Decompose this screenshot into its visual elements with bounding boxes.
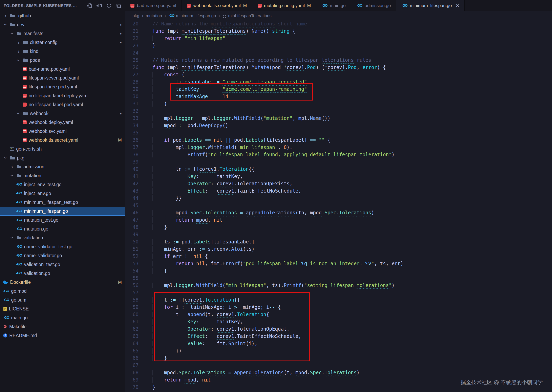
tree-item-dockerfile[interactable]: DockerfileM — [0, 278, 125, 287]
code-line-34[interactable]: mpod := pod.DeepCopy() — [153, 122, 552, 129]
code-line-20[interactable]: // Name returns the minLifespanToleratio… — [153, 20, 552, 28]
tree-item-kind[interactable]: ›kind — [0, 47, 125, 56]
line-number[interactable]: 44 — [125, 195, 139, 202]
tree-item-bad-name-pod-yaml[interactable]: bad-name.pod.yaml — [0, 65, 125, 73]
code-line-23[interactable]: } — [153, 42, 552, 49]
new-folder-icon[interactable] — [96, 3, 102, 8]
chevron-down-icon[interactable]: › — [3, 22, 8, 27]
code-line-37[interactable]: mpl.Logger.WithField("min_lifespan", 0). — [153, 144, 552, 151]
code-line-21[interactable]: func (mpl minLifespanTolerations) Name()… — [153, 28, 552, 35]
tree-item-makefile[interactable]: ⚙Makefile — [0, 322, 125, 331]
line-number[interactable]: 67 — [125, 362, 139, 369]
line-number[interactable]: 69 — [125, 376, 139, 384]
line-number[interactable]: 31 — [125, 100, 139, 107]
code-line-50[interactable]: ts := pod.Labels[lifespanLabel] — [153, 238, 552, 245]
new-file-icon[interactable] — [87, 3, 92, 8]
line-number[interactable]: 46 — [125, 209, 139, 216]
code-line-58[interactable]: t := []corev1.Toleration{} — [153, 296, 552, 304]
line-number[interactable]: 63 — [125, 333, 139, 340]
line-number[interactable]: 61 — [125, 318, 139, 325]
code-line-38[interactable]: Printf("no lifespan label found, applyin… — [153, 151, 552, 158]
tree-item-no-lifespan-label-deploy-yaml[interactable]: no-lifespan-label.deploy.yaml — [0, 91, 125, 100]
code-line-52[interactable]: if err != nil { — [153, 253, 552, 260]
tree-item-lifespan-seven-pod-yaml[interactable]: lifespan-seven.pod.yaml — [0, 73, 125, 82]
code-line-56[interactable]: mpl.Logger.WithField("min_lifespan", ts)… — [153, 282, 552, 289]
line-number[interactable]: 24 — [125, 49, 139, 56]
code-line-39[interactable] — [153, 158, 552, 166]
tree-item-webhook-tls-secret-yaml[interactable]: webhook.tls.secret.yamlM — [0, 136, 125, 145]
chevron-down-icon[interactable]: › — [9, 173, 15, 178]
tree-item-lifespan-three-pod-yaml[interactable]: lifespan-three.pod.yaml — [0, 82, 125, 91]
code-line-30[interactable]: taintMaxAge = 14 — [153, 93, 552, 100]
tree-item-go-mod[interactable]: -GOgo.mod — [0, 287, 125, 295]
code-line-41[interactable]: Key: taintKey, — [153, 173, 552, 180]
line-number[interactable]: 23 — [125, 42, 139, 49]
line-number[interactable]: 45 — [125, 202, 139, 209]
line-number[interactable]: 32 — [125, 107, 139, 115]
tree-item-no-lifespan-label-pod-yaml[interactable]: no-lifespan-label.pod.yaml — [0, 100, 125, 109]
chevron-right-icon[interactable]: › — [10, 164, 14, 169]
code-line-40[interactable]: tn := []corev1.Toleration{{ — [153, 166, 552, 173]
code-line-25[interactable]: // Mutate returns a new mutated pod acco… — [153, 56, 552, 64]
code-line-42[interactable]: Operator: corev1.TolerationOpExists, — [153, 180, 552, 187]
line-number[interactable]: 20 — [125, 20, 139, 28]
line-number[interactable]: 22 — [125, 35, 139, 42]
tab-bad-name-pod-yaml[interactable]: bad-name.pod.yaml — [125, 0, 182, 11]
tree-item-go-sum[interactable]: -GOgo.sum — [0, 295, 125, 304]
close-tab-icon[interactable]: × — [456, 3, 459, 8]
code-line-46[interactable]: mpod.Spec.Tolerations = appendToleration… — [153, 209, 552, 216]
tree-item-main-go[interactable]: -GOmain.go — [0, 313, 125, 322]
code-line-68[interactable]: mpod.Spec.Tolerations = appendToleration… — [153, 369, 552, 376]
tree-item-validation-go[interactable]: -GOvalidation.go — [0, 269, 125, 278]
breadcrumb-item-mutation[interactable]: mutation — [146, 13, 162, 18]
line-number[interactable]: 68 — [125, 369, 139, 376]
tree-item-pods[interactable]: ›pods — [0, 56, 125, 65]
line-number[interactable]: 49 — [125, 231, 139, 238]
line-number[interactable]: 35 — [125, 129, 139, 136]
tree-item-admission[interactable]: ›admission — [0, 162, 125, 171]
tree-item-github[interactable]: ›.github — [0, 11, 125, 20]
code-line-26[interactable]: func (mpl minLifespanTolerations) Mutate… — [153, 64, 552, 71]
tree-item-minimum-lifespan-go[interactable]: -GOminimum_lifespan.go — [0, 207, 125, 216]
tree-item-validation[interactable]: ›validation — [0, 233, 125, 242]
line-number[interactable]: 48 — [125, 224, 139, 231]
line-number[interactable]: 59 — [125, 304, 139, 311]
tree-item-validation-test-go[interactable]: -GOvalidation_test.go — [0, 260, 125, 269]
tree-item-inject-env-go[interactable]: -GOinject_env.go — [0, 189, 125, 198]
code-line-48[interactable]: } — [153, 224, 552, 231]
line-number[interactable]: 42 — [125, 180, 139, 187]
code-line-36[interactable]: if pod.Labels == nil || pod.Labels[lifes… — [153, 136, 552, 144]
line-number[interactable]: 56 — [125, 282, 139, 289]
line-number[interactable]: 26 — [125, 64, 139, 71]
line-number[interactable]: 21 — [125, 28, 139, 35]
line-number[interactable]: 58 — [125, 296, 139, 304]
tree-item-webhook-deploy-yaml[interactable]: webhook.deploy.yaml — [0, 118, 125, 127]
code-line-61[interactable]: Key: taintKey, — [153, 318, 552, 325]
line-number[interactable]: 47 — [125, 216, 139, 224]
line-number[interactable]: 29 — [125, 86, 139, 93]
code-line-63[interactable]: Effect: corev1.TaintEffectNoSchedule, — [153, 333, 552, 340]
line-number[interactable]: 30 — [125, 93, 139, 100]
tree-item-manifests[interactable]: ›manifests● — [0, 29, 125, 38]
chevron-right-icon[interactable]: › — [16, 49, 21, 54]
code-line-65[interactable]: }) — [153, 347, 552, 354]
tree-item-readme-md[interactable]: iREADME.md — [0, 331, 125, 340]
code-line-45[interactable] — [153, 202, 552, 209]
code-line-31[interactable]: ) — [153, 100, 552, 107]
tab-mutating-config-yaml[interactable]: mutating.config.yamlM — [252, 0, 316, 11]
tree-item-name-validator-go[interactable]: -GOname_validator.go — [0, 251, 125, 260]
line-number[interactable]: 25 — [125, 56, 139, 64]
refresh-icon[interactable] — [106, 3, 112, 8]
code-line-33[interactable]: mpl.Logger = mpl.Logger.WithField("mutat… — [153, 115, 552, 122]
chevron-right-icon[interactable]: › — [3, 13, 8, 18]
code-line-24[interactable] — [153, 49, 552, 56]
code-line-28[interactable]: lifespanLabel = "acme.com/lifespan-reque… — [153, 78, 552, 86]
breadcrumb-item-minlifespantolerations[interactable]: minLifespanTolerations — [223, 13, 272, 18]
tree-item-mutation-test-go[interactable]: -GOmutation_test.go — [0, 216, 125, 224]
line-number[interactable]: 28 — [125, 78, 139, 86]
line-number[interactable]: 52 — [125, 253, 139, 260]
line-number[interactable]: 38 — [125, 151, 139, 158]
line-number[interactable]: 66 — [125, 354, 139, 362]
line-number[interactable]: 33 — [125, 115, 139, 122]
code-line-59[interactable]: for i := taintMaxAge; i >= minAge; i-- { — [153, 304, 552, 311]
